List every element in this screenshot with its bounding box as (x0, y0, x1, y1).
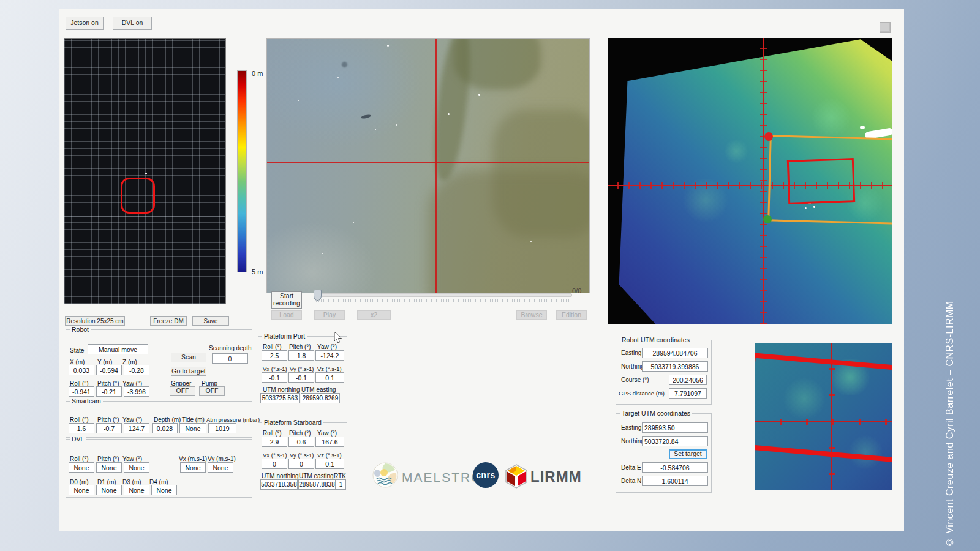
end-waypoint-marker (763, 215, 772, 223)
yaw-field: -124.2 (315, 350, 344, 361)
water-haze (266, 38, 428, 153)
scanning-depth-field[interactable]: 0 (212, 353, 248, 364)
depth-colorbar (237, 70, 247, 272)
utm-northing-label: UTM northing (263, 386, 300, 393)
yaw-label: Yaw (°) (317, 343, 337, 350)
cnrs-logo-text: cnrs (476, 470, 496, 480)
d4-field: None (151, 485, 177, 495)
x2-button[interactable]: x2 (357, 310, 391, 320)
freeze-dm-button[interactable]: Freeze DM (150, 316, 187, 326)
silhouette-bottom (428, 171, 590, 293)
y-field: -0.594 (96, 365, 122, 375)
dvl-group-title: DVL (70, 435, 86, 443)
robot-group-title: Robot (70, 326, 91, 333)
desktop-background: Jetson on DVL on 0 m 5 m Resolution 25x2… (0, 0, 980, 551)
robot-utm-group: Robot UTM coordinates Easting 289594.084… (616, 340, 712, 405)
robot-utm-title: Robot UTM coordinates (620, 336, 692, 343)
yaw-label: Yaw (°) (123, 455, 142, 462)
dvl-on-button[interactable]: DVL on (113, 17, 152, 30)
easting-label: Easting (621, 424, 641, 431)
robot-group: Robot State Manual move Scanning depth S… (66, 329, 252, 399)
roll-label: Roll (°) (263, 343, 282, 350)
vx-field: -0.1 (262, 372, 287, 383)
delta-e-field: -0.584706 (642, 462, 708, 473)
vz-label: Vz (°.s-1) (317, 452, 342, 459)
pitch-label: Pitch (°) (289, 343, 311, 350)
smartcam-group: Smartcam Roll (°) Pitch (°) Yaw (°) Dept… (66, 401, 252, 438)
pitch-field: 0.6 (288, 437, 314, 447)
roll-label: Roll (°) (70, 455, 89, 462)
copyright-text: © Vincent Creuze and Cyril Barrelet – CN… (944, 284, 956, 547)
reef-blob (724, 139, 748, 163)
camera-view[interactable] (266, 38, 590, 293)
go-to-target-button[interactable]: Go to target (171, 367, 206, 376)
yaw-field: 124.7 (124, 423, 149, 433)
delta-n-field: 1.600114 (642, 476, 708, 486)
scan-button[interactable]: Scan (171, 353, 206, 362)
vx-label: Vx (°.s-1) (263, 452, 287, 459)
debris-speck (342, 62, 347, 67)
grid-highlight-row (64, 216, 225, 217)
cnrs-logo-icon: cnrs (473, 462, 499, 488)
utm-easting-label: UTM easting (299, 473, 334, 479)
target-utm-group: Target UTM coordinates Easting 289593.50… (616, 413, 712, 493)
play-button[interactable]: Play (314, 310, 345, 320)
target-utm-title: Target UTM coordinates (620, 410, 692, 417)
save-button[interactable]: Save (192, 316, 229, 326)
course-label: Course (°) (621, 377, 649, 383)
target-northing-input[interactable]: 5033720.84 (642, 436, 708, 446)
lirmm-logo-icon (505, 464, 528, 489)
grid-dot (145, 173, 147, 174)
playback-slider-track[interactable] (314, 293, 572, 297)
vx-label: Vx (m.s-1) (179, 455, 207, 462)
vy-label: Vy (°.s-1) (290, 452, 314, 459)
z-field: -0.28 (124, 365, 149, 375)
gripper-toggle-button[interactable]: OFF (170, 386, 195, 396)
vz-field: 0.1 (315, 372, 344, 383)
d0-field: None (69, 485, 94, 495)
d3-field: None (124, 485, 149, 495)
delta-n-label: Delta N (621, 478, 641, 484)
pitch-label: Pitch (°) (289, 430, 311, 437)
yaw-field: None (124, 462, 149, 473)
vy-field: 0 (288, 459, 314, 469)
easting-label: Easting (621, 350, 641, 356)
pump-toggle-button[interactable]: OFF (199, 386, 225, 396)
depth-label: Depth (m) (154, 416, 181, 423)
platform-port-title: Plateform Port (262, 332, 307, 340)
northing-label: Northing (621, 363, 644, 370)
start-recording-button[interactable]: Start recording (271, 291, 302, 309)
depth-field: 0.028 (152, 423, 178, 433)
target-easting-input[interactable]: 289593.50 (642, 422, 708, 433)
roll-field: None (69, 462, 94, 473)
camera-crosshair-horizontal (267, 162, 589, 163)
slider-tick-marks (316, 299, 570, 302)
pitch-field: 1.8 (288, 350, 314, 361)
roll-field: -0.941 (69, 386, 94, 397)
frame-counter: 0/0 (572, 287, 581, 294)
robot-footprint-marker (121, 178, 155, 214)
zoom-map[interactable] (755, 343, 892, 490)
mouse-cursor-icon (334, 332, 342, 344)
roll-field: 2.5 (262, 350, 287, 361)
vx-field: 0 (262, 459, 287, 469)
state-field: Manual move (88, 344, 148, 354)
edition-button[interactable]: Edition (556, 310, 587, 320)
lirmm-logo-text: LIRMM (530, 468, 582, 485)
resolution-button[interactable]: Resolution 25x25 cm (65, 316, 125, 326)
load-button[interactable]: Load (271, 310, 302, 320)
set-target-button[interactable]: Set target (669, 449, 707, 459)
depth-map-grid[interactable] (64, 38, 226, 304)
utm-northing-label: UTM northing (262, 473, 299, 479)
browse-button[interactable]: Browse (516, 310, 547, 320)
window-corner-button[interactable] (880, 22, 891, 33)
white-feature-dot (860, 126, 865, 129)
bathymetry-map[interactable] (608, 38, 892, 324)
jetson-on-button[interactable]: Jetson on (66, 17, 104, 30)
delta-e-label: Delta E (621, 464, 641, 471)
colorbar-max-label: 5 m (252, 268, 263, 276)
colorbar-min-label: 0 m (252, 70, 263, 77)
utm-easting-label: UTM easting (301, 386, 336, 393)
pitch-field: None (96, 462, 122, 473)
platform-port-group: Plateform Port Roll (°) Pitch (°) Yaw (°… (258, 336, 347, 407)
